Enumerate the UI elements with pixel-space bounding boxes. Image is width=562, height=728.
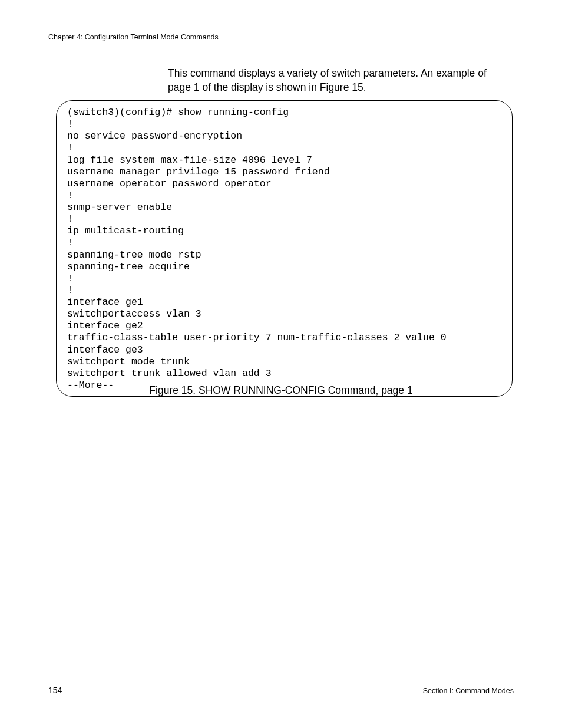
- figure-caption-text: Figure 15. SHOW RUNNING-CONFIG Command, …: [149, 384, 412, 396]
- intro-paragraph: This command displays a variety of switc…: [168, 67, 506, 94]
- footer-section: Section I: Command Modes: [423, 687, 514, 695]
- section-text: Section I: Command Modes: [423, 687, 514, 695]
- page-header: Chapter 4: Configuration Terminal Mode C…: [48, 33, 219, 41]
- intro-text-content: This command displays a variety of switc…: [168, 67, 487, 93]
- code-output-box: (switch3)(config)# show running-config !…: [56, 100, 513, 397]
- page-number-text: 154: [48, 686, 62, 695]
- figure-caption: Figure 15. SHOW RUNNING-CONFIG Command, …: [0, 384, 562, 397]
- code-output-content: (switch3)(config)# show running-config !…: [67, 107, 501, 391]
- footer-page-number: 154: [48, 686, 62, 695]
- chapter-title: Chapter 4: Configuration Terminal Mode C…: [48, 33, 219, 41]
